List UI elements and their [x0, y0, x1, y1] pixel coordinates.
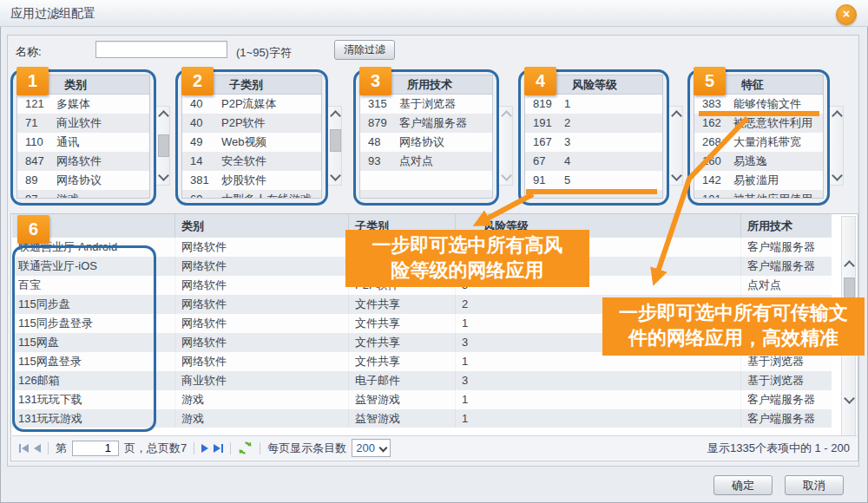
list-item[interactable]: 14安全软件	[182, 152, 321, 171]
scroll-up-icon[interactable]	[671, 110, 682, 121]
table-row[interactable]: 126邮箱商业软件电子邮件3基于浏览器	[12, 371, 832, 390]
scroll-up-icon[interactable]	[330, 110, 341, 121]
list-item[interactable]: 71商业软件	[17, 114, 149, 133]
item-label: Web视频	[221, 133, 321, 152]
list-item[interactable]: 160易逃逸	[694, 152, 823, 171]
column-header-category[interactable]: 类别	[175, 214, 349, 238]
item-count: 91	[525, 171, 564, 190]
scroll-up-icon[interactable]	[158, 110, 169, 121]
item-count: 383	[694, 95, 733, 114]
scroll-down-icon[interactable]	[844, 393, 855, 404]
scroll-down-icon[interactable]	[832, 170, 843, 181]
scrollbar[interactable]	[327, 106, 342, 186]
scroll-down-icon[interactable]	[501, 170, 512, 181]
last-page-icon[interactable]	[214, 444, 223, 453]
scrollbar[interactable]	[155, 106, 170, 186]
scrollbar[interactable]	[668, 106, 683, 186]
table-row[interactable]: 131玩玩下载游戏益智游戏1客户端服务器	[12, 390, 832, 409]
entries-status: 显示1335个表项中的 1 - 200	[707, 441, 850, 456]
item-label: 能够传输文件	[733, 95, 823, 114]
list-item[interactable]: 915	[525, 171, 662, 190]
list-item[interactable]: 101被其他应用使用	[694, 190, 823, 199]
scroll-down-icon[interactable]	[158, 170, 169, 181]
list-item[interactable]: 162被恶意软件利用	[694, 114, 823, 133]
table-cell: 文件共享	[349, 314, 456, 333]
step-badge-2: 2	[181, 67, 214, 95]
table-cell: 商业软件	[175, 371, 349, 390]
table-cell: 115同步盘	[12, 295, 175, 314]
list-item[interactable]: 674	[525, 152, 662, 171]
ok-button[interactable]: 确定	[713, 475, 773, 495]
list-item[interactable]: 142易被滥用	[694, 171, 823, 190]
list-item[interactable]: 383能够传输文件	[694, 95, 823, 114]
table-cell: 3	[456, 371, 741, 390]
table-cell: 网络软件	[175, 276, 349, 295]
list-item[interactable]: 847网络软件	[17, 152, 149, 171]
prev-page-icon[interactable]	[34, 444, 41, 453]
item-label: 网络协议	[56, 171, 149, 190]
scrollbar[interactable]	[829, 106, 844, 186]
item-label: 1	[564, 95, 662, 114]
column-header-technology[interactable]: 所用技术	[741, 214, 832, 238]
item-count: 142	[694, 171, 733, 190]
table-cell: 游戏	[175, 409, 349, 428]
step-badge-6: 6	[17, 215, 49, 244]
scroll-down-icon[interactable]	[671, 170, 682, 181]
table-cell: 文件共享	[349, 352, 456, 371]
scroll-down-icon[interactable]	[330, 170, 341, 181]
list-item[interactable]: 110通讯	[17, 133, 149, 152]
table-cell: 客户端服务器	[741, 238, 832, 257]
clear-filter-button[interactable]: 清除过滤	[334, 40, 395, 60]
list-item[interactable]: 1912	[525, 114, 662, 133]
next-page-icon[interactable]	[201, 444, 208, 453]
list-item[interactable]: 69大型多人在线游戏	[182, 190, 321, 199]
item-count: 191	[525, 114, 564, 133]
item-label: 多媒体	[56, 95, 149, 114]
list-item[interactable]: 49Web视频	[182, 133, 321, 152]
name-input[interactable]	[95, 41, 227, 58]
item-label: 被恶意软件利用	[733, 114, 823, 133]
cancel-button[interactable]: 取消	[785, 475, 844, 495]
scroll-up-icon[interactable]	[844, 260, 855, 271]
per-page-value: 200	[356, 441, 375, 454]
item-count: 40	[182, 114, 221, 133]
list-item[interactable]: 315基于浏览器	[360, 95, 492, 114]
scroll-thumb[interactable]	[330, 129, 341, 152]
list-item[interactable]: 48网络协议	[360, 133, 492, 152]
page-input[interactable]	[72, 441, 119, 456]
scroll-thumb[interactable]	[158, 134, 169, 157]
list-item[interactable]: 97游戏	[17, 190, 149, 199]
table-cell: 百宝	[12, 276, 175, 295]
item-label: 4	[564, 152, 662, 171]
filter-panel-risk-level: 风险等级 819119121673674915 4	[521, 71, 667, 202]
list-item[interactable]: 89网络协议	[17, 171, 149, 190]
per-page-select[interactable]: 200	[352, 439, 391, 457]
item-count: 101	[694, 190, 733, 199]
table-cell: 网络软件	[175, 333, 349, 352]
list-item[interactable]: 381炒股软件	[182, 171, 321, 190]
close-icon[interactable]: ×	[836, 4, 857, 25]
item-count: 110	[17, 133, 56, 152]
first-page-icon[interactable]	[19, 444, 29, 453]
scroll-up-icon[interactable]	[832, 110, 843, 121]
name-length-hint: (1~95)字符	[236, 45, 292, 61]
table-row[interactable]: 131玩玩游戏游戏益智游戏1客户端服务器	[12, 409, 832, 428]
item-label: 网络软件	[56, 152, 149, 171]
list-item[interactable]: 40P2P软件	[182, 114, 321, 133]
list-item[interactable]: 121多媒体	[17, 95, 149, 114]
refresh-icon[interactable]	[238, 441, 253, 455]
scroll-up-icon[interactable]	[501, 110, 512, 121]
item-count: 97	[17, 190, 56, 199]
list-item[interactable]: 1673	[525, 133, 662, 152]
scrollbar[interactable]	[498, 106, 513, 186]
table-cell: 游戏	[175, 390, 349, 409]
list-item[interactable]: 8191	[525, 95, 662, 114]
list-item[interactable]: 93点对点	[360, 152, 492, 171]
filter-panel-technology: 所用技术 315基于浏览器879客户端服务器48网络协议93点对点 3	[356, 71, 496, 202]
name-label: 名称:	[16, 44, 42, 60]
list-item[interactable]: 268大量消耗带宽	[694, 133, 823, 152]
list-item[interactable]: 40P2P流媒体	[182, 95, 321, 114]
list-rows: 40P2P流媒体40P2P软件49Web视频14安全软件381炒股软件69大型多…	[182, 95, 321, 198]
list-item[interactable]: 879客户端服务器	[360, 114, 492, 133]
page-label: 第	[56, 441, 67, 456]
